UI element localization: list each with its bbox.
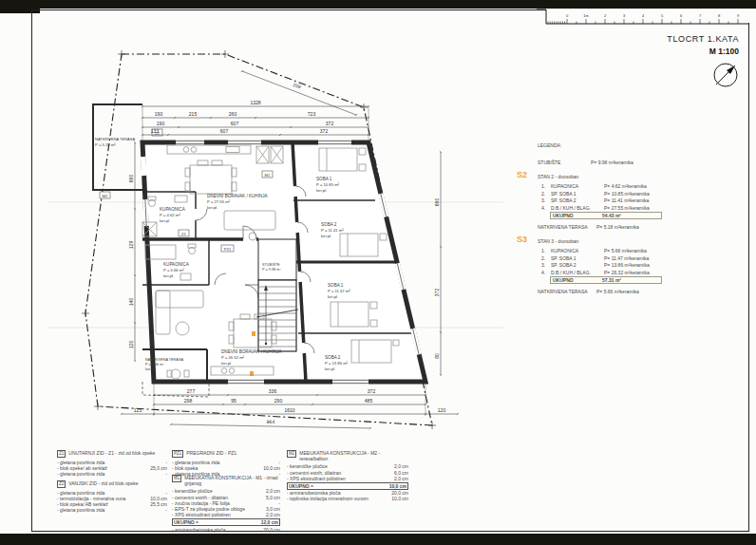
svg-text:277: 277 [187,388,196,394]
construction-code: M2 [287,450,296,458]
svg-text:140: 140 [128,298,134,307]
svg-text:ker.pl.: ker.pl. [321,234,331,238]
svg-text:1328: 1328 [250,100,260,105]
wall-tag: PZ1 [224,247,232,252]
layer-row: armiranobetonska ploča20,0 cm [172,527,280,533]
apartment-s2-header: S2 STAN 2 - dvosoban [538,174,671,179]
svg-text:336: 336 [269,388,277,394]
svg-text:P = 27.55 m²: P = 27.55 m² [207,199,231,204]
construction-block-pz1: PZ1PREGRADNI ZID - PZ1 gletana površina … [172,450,280,477]
svg-text:NATKRIVENA TERASA: NATKRIVENA TERASA [145,358,183,362]
svg-text:STUBIŠTE: STUBIŠTE [262,262,280,267]
legend-panel: LEGENDA: STUBIŠTE P= 9.98 m²keramika S2 … [538,142,671,294]
svg-text:298: 298 [184,398,193,404]
svg-text:ker.pl.: ker.pl. [328,294,338,299]
svg-text:KUPAONICA: KUPAONICA [163,262,190,267]
layer-row: toplinska izolacija mineralnom vunom10,0… [287,496,408,501]
svg-text:607: 607 [231,121,239,126]
svg-text:215: 215 [189,111,198,117]
construction-block-m2: M2MEĐUKATNA KONSTRUKCIJA - M2 - terasa/b… [287,450,408,502]
svg-text:P = 5.18 m²: P = 5.18 m² [95,142,116,147]
svg-text:607: 607 [220,128,229,134]
svg-text:125: 125 [134,407,142,413]
sheet-border-left [31,9,32,531]
layer-row: XPS ekstrudirani polistiren2,0 cm [287,476,408,481]
svg-text:ker.pl.: ker.pl. [145,367,155,371]
svg-text:372: 372 [320,128,329,134]
svg-text:864: 864 [267,419,275,424]
apartment-s2-title: STAN 2 - dvosoban [538,174,578,179]
svg-text:NATKRIVENA TERASA: NATKRIVENA TERASA [95,137,135,141]
svg-text:SOBA 1: SOBA 1 [316,177,332,181]
wall-tag: Z1 [181,232,187,236]
legend-stairs-row: STUBIŠTE P= 9.98 m²keramika [538,160,671,165]
svg-text:485: 485 [365,398,373,404]
ruler-tick-label: 7 [699,13,702,18]
construction-code: Z1 [57,450,66,458]
apartment-s3-title: STAN 3 - dvosoban [538,238,578,244]
stairs-label: STUBIŠTE [538,160,591,165]
legend-heading: LEGENDA: [538,142,671,148]
apartment-s3-total-row: UKUPNO 57.31 m² [550,276,662,284]
apartment-s3-header: S3 STAN 3 - dvosoban [538,238,671,244]
svg-text:DNEVNI BORAVAK / KUHINJA: DNEVNI BORAVAK / KUHINJA [207,194,269,198]
construction-code: Z2 [57,480,66,488]
svg-text:190: 190 [155,111,163,117]
construction-block-z2: Z2VANJSKI ZID - zid od blok opeke gletan… [57,480,167,513]
scale-ruler: 0 1m 2 3 4 5 6 7 8 9 [537,8,756,30]
ruler-tick-label: 5 [661,13,664,18]
svg-text:133: 133 [151,128,160,134]
wall-tag: M1 [265,173,271,178]
ruler-tick-label: 2 [604,13,607,18]
svg-text:660: 660 [128,175,134,183]
ruler-tick-label: 4 [642,13,645,18]
legend-room-row: 4.D.B./ KUH./ BLAG.P= 26.32 m²keramika [541,270,671,275]
svg-text:DNEVNI BORAVAK I KUHINJA: DNEVNI BORAVAK I KUHINJA [221,349,283,354]
ruler-tick-label: 1m [583,13,589,18]
svg-text:SOBA 2: SOBA 2 [321,222,337,227]
svg-text:P = 5.66 m²: P = 5.66 m² [163,268,184,272]
legend-room-row: 2.SP. SOBA 1P= 11.47 m²keramika [541,255,671,261]
layer-total-row: UKUPNO =10,0 cm [287,482,408,490]
svg-text:P = 5.66 m²: P = 5.66 m² [145,363,164,366]
sheet-border-bottom [31,531,749,532]
svg-text:1610: 1610 [284,407,294,413]
svg-text:P = 9.98 m²: P = 9.98 m² [262,268,281,272]
apartment-s2-total-row: UKUPNO 54.43 m² [550,212,662,219]
wall-tag: M2 [103,194,108,198]
svg-text:372: 372 [326,121,334,126]
sheet-border-right [748,23,749,531]
svg-text:P = 11.47 m²: P = 11.47 m² [328,289,350,293]
apartment-s2-terrace-row: NATKRIVENA TERASA P= 5.18 m²keramika [538,224,671,230]
svg-text:260: 260 [229,111,237,117]
scan-corner [0,0,40,13]
svg-text:ker.pl.: ker.pl. [160,218,170,223]
svg-text:ker.pl.: ker.pl. [163,273,174,278]
apartment-s3-marker: S3 [517,236,527,242]
svg-text:723: 723 [308,111,316,117]
stairs-area: P= 9.98 m²keramika [591,160,671,165]
svg-text:372: 372 [368,388,376,394]
svg-text:95: 95 [231,398,236,404]
legend-room-row: 1.KUPAONICAP= 5.66 m²keramika [541,248,671,254]
svg-text:80: 80 [434,353,440,359]
floor-plan: Z2 M1 PZ1 Z1 M2 NATKRIVENA TERASA P = 5.… [47,47,503,446]
svg-text:190: 190 [157,121,165,126]
svg-text:ker.pl.: ker.pl. [316,188,327,193]
room-label-terrace-upper: NATKRIVENA TERASA P = 5.18 m² [95,137,135,147]
svg-text:P = 4.62 m²: P = 4.62 m² [160,213,180,217]
construction-block-z1: Z1UNUTARNJI ZID - Z1 - zid od blok opeke… [57,450,167,477]
svg-text:120: 120 [128,341,134,349]
legend-room-row: 1.KUPAONICAP= 4.62 m²keramika [541,183,671,189]
drawing-title: TLOCRT 1.KATA [579,34,739,44]
stair-marker-orange [252,331,255,336]
svg-text:KUPAONICA: KUPAONICA [160,207,186,212]
svg-text:SOBA 2: SOBA 2 [325,355,341,360]
drawing-scale: M 1:100 [579,47,739,56]
svg-text:ker.pl.: ker.pl. [221,361,232,366]
svg-text:P = 13.86 m²: P = 13.86 m² [325,361,349,366]
construction-block-m1: M1MEĐUKATNA KONSTRUKCIJA - M1 - iznad gr… [172,475,280,533]
layer-total-row: UKUPNO =12,0 cm [172,518,280,526]
legend-room-row: 2.SP. SOBA 1P= 10.85 m²keramika [541,191,671,197]
legend-room-row: 4.D.B./ KUH./ BLAG.P= 27.55 m²keramika [541,205,671,211]
